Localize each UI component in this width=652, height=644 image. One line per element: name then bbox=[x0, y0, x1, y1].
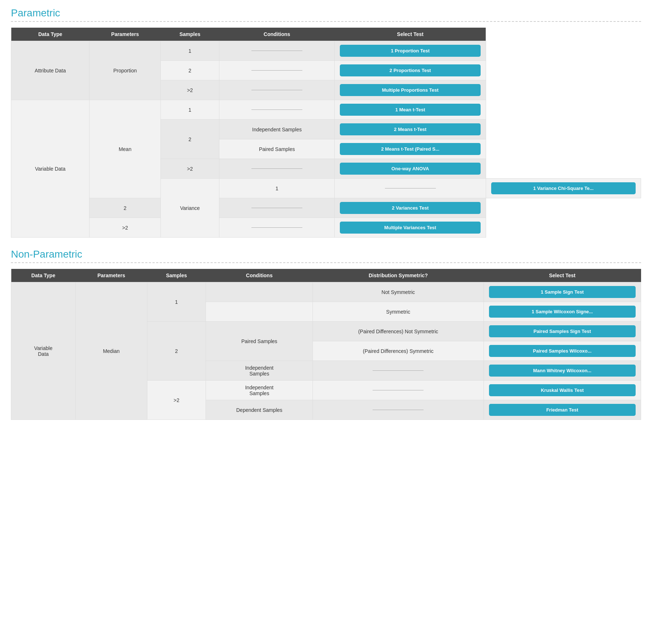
p-conditions-gt2a bbox=[219, 80, 334, 100]
table-row: 2 2 Variances Test bbox=[11, 198, 641, 218]
np-header-samples: Samples bbox=[147, 269, 206, 282]
btn-oneway-anova[interactable]: One-way ANOVA bbox=[340, 163, 480, 175]
p-conditions-1a bbox=[219, 41, 334, 61]
np-sym-notsymmetric: Not Symmetric bbox=[313, 282, 484, 302]
np-header-parameters: Parameters bbox=[76, 269, 147, 282]
p-header-datatype: Data Type bbox=[11, 28, 90, 41]
p-test-cell-3: Multiple Proportions Test bbox=[335, 80, 486, 100]
np-param-median: Median bbox=[76, 282, 147, 420]
np-sym-indep bbox=[313, 361, 484, 381]
np-header-symmetric: Distribution Symmetric? bbox=[313, 269, 484, 282]
p-conditions-2c bbox=[219, 198, 334, 218]
p-conditions-gt2b bbox=[219, 159, 334, 179]
p-samples-2a: 2 bbox=[161, 61, 219, 80]
p-param-proportion: Proportion bbox=[90, 41, 161, 100]
np-test-cell-1: 1 Sample Sign Test bbox=[484, 282, 641, 302]
nonparametric-table: Data Type Parameters Samples Conditions … bbox=[11, 269, 641, 420]
p-param-variance: Variance bbox=[161, 179, 219, 238]
btn-2-means-ttest[interactable]: 2 Means t-Test bbox=[340, 123, 480, 135]
np-datatype-variable: VariableData bbox=[11, 282, 76, 420]
p-test-cell-4: 1 Mean t-Test bbox=[335, 100, 486, 120]
table-row: Variable Data Mean 1 1 Mean t-Test bbox=[11, 100, 641, 120]
p-test-cell-9: 2 Variances Test bbox=[335, 198, 486, 218]
line-separator bbox=[251, 90, 302, 90]
line-separator bbox=[251, 51, 302, 51]
btn-1-mean-ttest[interactable]: 1 Mean t-Test bbox=[340, 104, 480, 116]
p-conditions-2a bbox=[219, 61, 334, 80]
line-separator bbox=[385, 188, 436, 188]
np-conditions-paired: Paired Samples bbox=[206, 322, 313, 361]
np-test-cell-4: Paired Samples Wilcoxo... bbox=[484, 341, 641, 361]
btn-2-proportions-test[interactable]: 2 Proportions Test bbox=[340, 64, 480, 76]
p-samples-2c: 2 bbox=[90, 198, 161, 218]
parametric-title: Parametric bbox=[11, 7, 641, 19]
p-datatype-variable: Variable Data bbox=[11, 100, 90, 238]
btn-paired-wilcoxon[interactable]: Paired Samples Wilcoxo... bbox=[489, 345, 636, 357]
p-samples-1b: 1 bbox=[161, 100, 219, 120]
table-row: VariableData Median 1 Not Symmetric 1 Sa… bbox=[11, 282, 641, 302]
np-test-cell-2: 1 Sample Wilcoxon Signe... bbox=[484, 302, 641, 322]
np-test-cell-3: Paired Samples Sign Test bbox=[484, 322, 641, 341]
p-conditions-indep: Independent Samples bbox=[219, 120, 334, 139]
np-test-cell-5: Mann Whitney Wilcoxon... bbox=[484, 361, 641, 381]
np-sym-paired-notsym: (Paired Differences) Not Symmetric bbox=[313, 322, 484, 341]
parametric-divider bbox=[11, 21, 641, 22]
p-conditions-paired: Paired Samples bbox=[219, 139, 334, 159]
parametric-table: Data Type Parameters Samples Conditions … bbox=[11, 28, 641, 238]
p-test-cell-1: 1 Proportion Test bbox=[335, 41, 486, 61]
table-row: Attribute Data Proportion 1 1 Proportion… bbox=[11, 41, 641, 61]
np-sym-symmetric: Symmetric bbox=[313, 302, 484, 322]
p-samples-gt2a: >2 bbox=[161, 80, 219, 100]
btn-1-variance-chisq[interactable]: 1 Variance Chi-Square Te... bbox=[491, 182, 636, 194]
p-samples-1a: 1 bbox=[161, 41, 219, 61]
p-header-selecttest: Select Test bbox=[335, 28, 486, 41]
btn-1-sample-sign-test[interactable]: 1 Sample Sign Test bbox=[489, 286, 636, 298]
line-separator bbox=[373, 410, 424, 410]
np-samples-2: 2 bbox=[147, 322, 206, 381]
p-header-samples: Samples bbox=[161, 28, 219, 41]
btn-multiple-variances-test[interactable]: Multiple Variances Test bbox=[340, 222, 480, 234]
line-separator bbox=[251, 227, 302, 228]
line-separator bbox=[251, 110, 302, 110]
line-separator bbox=[373, 370, 424, 371]
np-conditions-empty1 bbox=[206, 282, 313, 302]
np-conditions-indepgt2: IndependentSamples bbox=[206, 381, 313, 400]
table-row: >2 Multiple Variances Test bbox=[11, 218, 641, 238]
p-conditions-1c bbox=[335, 179, 486, 198]
btn-friedman-test[interactable]: Friedman Test bbox=[489, 404, 636, 416]
btn-paired-sign-test[interactable]: Paired Samples Sign Test bbox=[489, 325, 636, 337]
nonparametric-divider bbox=[11, 262, 641, 263]
btn-2-means-ttest-paired[interactable]: 2 Means t-Test (Paired S... bbox=[340, 143, 480, 155]
p-datatype-attribute: Attribute Data bbox=[11, 41, 90, 100]
p-param-mean: Mean bbox=[90, 100, 161, 198]
p-conditions-1b bbox=[219, 100, 334, 120]
p-samples-gt2c: >2 bbox=[90, 218, 161, 238]
line-separator bbox=[251, 70, 302, 71]
np-sym-indepgt2 bbox=[313, 381, 484, 400]
btn-mann-whitney[interactable]: Mann Whitney Wilcoxon... bbox=[489, 365, 636, 377]
p-samples-gt2b: >2 bbox=[161, 159, 219, 179]
btn-multiple-proportions-test[interactable]: Multiple Proportions Test bbox=[340, 84, 480, 96]
np-conditions-empty2 bbox=[206, 302, 313, 322]
np-sym-depgt2 bbox=[313, 400, 484, 420]
p-test-cell-2: 2 Proportions Test bbox=[335, 61, 486, 80]
p-test-cell-6: 2 Means t-Test (Paired S... bbox=[335, 139, 486, 159]
btn-kruskal-wallis[interactable]: Kruskal Wallis Test bbox=[489, 384, 636, 396]
np-samples-gt2: >2 bbox=[147, 381, 206, 420]
p-header-conditions: Conditions bbox=[219, 28, 334, 41]
np-conditions-depgt2: Dependent Samples bbox=[206, 400, 313, 420]
p-test-cell-5: 2 Means t-Test bbox=[335, 120, 486, 139]
np-test-cell-6: Kruskal Wallis Test bbox=[484, 381, 641, 400]
nonparametric-title: Non-Parametric bbox=[11, 249, 641, 260]
btn-2-variances-test[interactable]: 2 Variances Test bbox=[340, 202, 480, 214]
line-separator bbox=[373, 390, 424, 390]
np-test-cell-7: Friedman Test bbox=[484, 400, 641, 420]
btn-1-sample-wilcoxon[interactable]: 1 Sample Wilcoxon Signe... bbox=[489, 306, 636, 318]
np-sym-paired-sym: (Paired Differences) Symmetric bbox=[313, 341, 484, 361]
btn-1-proportion-test[interactable]: 1 Proportion Test bbox=[340, 45, 480, 57]
p-samples-2b: 2 bbox=[161, 120, 219, 159]
p-header-parameters: Parameters bbox=[90, 28, 161, 41]
np-header-datatype: Data Type bbox=[11, 269, 76, 282]
line-separator bbox=[251, 208, 302, 208]
p-test-cell-10: Multiple Variances Test bbox=[335, 218, 486, 238]
